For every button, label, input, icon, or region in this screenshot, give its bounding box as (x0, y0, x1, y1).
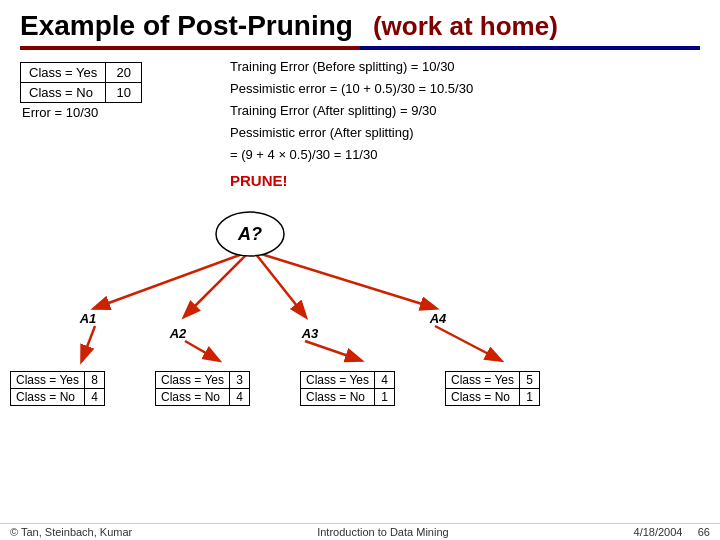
leaf-4-table: Class = Yes 5 Class = No 1 (445, 371, 540, 406)
leaf3-no-label: Class = No (301, 388, 375, 405)
right-panel: Training Error (Before splitting) = 10/3… (230, 56, 700, 194)
footer: © Tan, Steinbach, Kumar Introduction to … (0, 523, 720, 540)
stat-line-1: Training Error (Before splitting) = 10/3… (230, 56, 700, 78)
table-row: Class = Yes 20 (21, 63, 142, 83)
footer-date: 4/18/2004 (634, 526, 683, 538)
leaf-3-table: Class = Yes 4 Class = No 1 (300, 371, 395, 406)
leaf1-no-count: 4 (85, 388, 105, 405)
table-row: Class = Yes 3 (156, 371, 250, 388)
leaf3-yes-label: Class = Yes (301, 371, 375, 388)
class-no-count: 10 (106, 83, 142, 103)
leaf-2: Class = Yes 3 Class = No 4 (155, 371, 250, 406)
leaf1-no-label: Class = No (11, 388, 85, 405)
leaf-3: Class = Yes 4 Class = No 1 (300, 371, 395, 406)
stat-line-5: = (9 + 4 × 0.5)/30 = 11/30 (230, 144, 700, 166)
footer-center: Introduction to Data Mining (317, 526, 448, 538)
leaf-1: Class = Yes 8 Class = No 4 (10, 371, 105, 406)
svg-line-6 (305, 341, 360, 360)
tree-section: A? A1 A2 A3 A4 Class = Yes 8 Class = No … (0, 198, 720, 408)
left-panel: Class = Yes 20 Class = No 10 Error = 10/… (20, 56, 220, 194)
table-row: Class = Yes 8 (11, 371, 105, 388)
leaf-4: Class = Yes 5 Class = No 1 (445, 371, 540, 406)
table-row: Class = Yes 5 (446, 371, 540, 388)
footer-right: 4/18/2004 66 (634, 526, 710, 538)
svg-text:A1: A1 (79, 311, 97, 326)
svg-text:A?: A? (237, 224, 262, 244)
error-label: Error = 10/30 (20, 105, 220, 120)
footer-left: © Tan, Steinbach, Kumar (10, 526, 132, 538)
leaf4-no-label: Class = No (446, 388, 520, 405)
stat-line-3: Training Error (After splitting) = 9/30 (230, 100, 700, 122)
table-row: Class = No 1 (446, 388, 540, 405)
stat-line-4: Pessimistic error (After splitting) (230, 122, 700, 144)
main-content: Class = Yes 20 Class = No 10 Error = 10/… (0, 56, 720, 194)
table-row: Class = No 4 (156, 388, 250, 405)
leaf4-yes-count: 5 (520, 371, 540, 388)
leaf1-yes-count: 8 (85, 371, 105, 388)
leaf-1-table: Class = Yes 8 Class = No 4 (10, 371, 105, 406)
footer-page: 66 (698, 526, 710, 538)
svg-text:A3: A3 (301, 326, 319, 341)
prune-label: PRUNE! (230, 168, 700, 194)
svg-text:A4: A4 (429, 311, 447, 326)
leaf4-yes-label: Class = Yes (446, 371, 520, 388)
leaf2-yes-label: Class = Yes (156, 371, 230, 388)
class-no-label: Class = No (21, 83, 106, 103)
leaf2-no-count: 4 (230, 388, 250, 405)
page-title: Example of Post-Pruning (20, 10, 353, 42)
table-row: Class = No 10 (21, 83, 142, 103)
leaf1-yes-label: Class = Yes (11, 371, 85, 388)
leaf2-no-label: Class = No (156, 388, 230, 405)
page-subtitle: (work at home) (373, 11, 558, 42)
svg-line-5 (185, 341, 218, 360)
svg-text:A2: A2 (169, 326, 187, 341)
table-row: Class = No 4 (11, 388, 105, 405)
header-divider (20, 46, 700, 50)
svg-line-7 (435, 326, 500, 360)
svg-line-2 (255, 253, 305, 316)
leaf3-no-count: 1 (375, 388, 395, 405)
leaf3-yes-count: 4 (375, 371, 395, 388)
svg-line-3 (258, 253, 435, 308)
table-row: Class = No 1 (301, 388, 395, 405)
svg-line-0 (95, 253, 245, 308)
table-row: Class = Yes 4 (301, 371, 395, 388)
leaf4-no-count: 1 (520, 388, 540, 405)
class-yes-label: Class = Yes (21, 63, 106, 83)
tree-svg: A? A1 A2 A3 A4 (0, 198, 720, 368)
header: Example of Post-Pruning (work at home) (0, 0, 720, 46)
leaf-2-table: Class = Yes 3 Class = No 4 (155, 371, 250, 406)
class-table: Class = Yes 20 Class = No 10 (20, 62, 142, 103)
stat-line-2: Pessimistic error = (10 + 0.5)/30 = 10.5… (230, 78, 700, 100)
leaf2-yes-count: 3 (230, 371, 250, 388)
svg-line-4 (82, 326, 95, 360)
class-yes-count: 20 (106, 63, 142, 83)
